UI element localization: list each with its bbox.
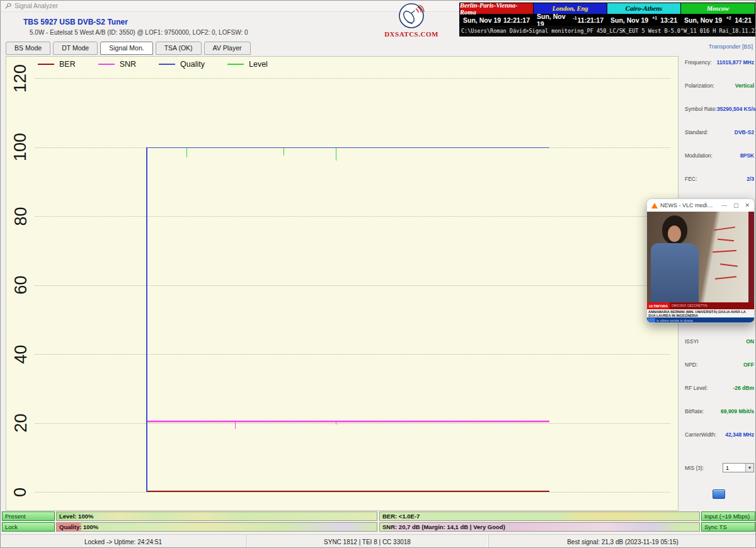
- field-label: Standard:: [685, 129, 708, 135]
- clock-date: Sun, Nov 19: [463, 16, 501, 24]
- field-polarization: Polarization: Vertical: [685, 83, 754, 89]
- vlc-cone-icon: [651, 203, 658, 208]
- gridline: [35, 354, 670, 355]
- field-value: 11015,877 MHz: [716, 59, 754, 66]
- legend-item-ber: BER: [38, 60, 76, 69]
- field-label: NPD:: [685, 362, 697, 368]
- y-axis-tick-label: 60: [8, 266, 34, 304]
- mis-selected-value: 1: [726, 465, 729, 471]
- vlc-titlebar[interactable]: NEWS - VLC media... — ▢ ✕: [647, 199, 754, 212]
- clock-cairo: Cairo-Athens Sun, Nov 19 +1 13:21: [607, 3, 681, 26]
- series-ber: [146, 491, 549, 492]
- legend-item-level: Level: [227, 60, 268, 69]
- series-dip: [235, 421, 236, 430]
- ticker-text: le ultime notizie in diretta: [656, 319, 693, 323]
- breaking-news-label: ULTIM'ORA: [647, 302, 670, 309]
- legend-label: Level: [249, 60, 268, 69]
- sync-ts-badge: Sync TS: [701, 522, 755, 532]
- clock-city-label: Berlin-Paris-Vienna-Roma: [460, 3, 533, 14]
- news-anchor-body: [651, 243, 699, 302]
- vlc-video-area[interactable]: ULTIM'ORA OMICIDIO CECCHETTIN ANNAMARIA …: [647, 212, 754, 323]
- tab-dt-mode[interactable]: DT Mode: [53, 42, 98, 55]
- mis-select[interactable]: 1 ▼: [723, 463, 754, 472]
- statusbar-sync-counters: SYNC 1812 | TEI 8 | CC 33018: [246, 535, 489, 548]
- field-value: 35290,504 KS/s: [717, 106, 755, 112]
- chart: BERSNRQualityLevel 020406080100120: [6, 56, 679, 511]
- gridline: [35, 423, 670, 424]
- clock-city-label: Moscow: [681, 3, 755, 14]
- field-label: Symbol Rate:: [685, 106, 717, 112]
- series-dip: [186, 147, 187, 157]
- field-carrier-width: CarrierWidth: 42,348 MHz: [685, 431, 754, 438]
- series-dip: [336, 147, 336, 161]
- close-button[interactable]: ✕: [745, 202, 750, 208]
- clock-city-label: Cairo-Athens: [607, 3, 680, 14]
- vlc-window-title: NEWS - VLC media...: [660, 202, 715, 208]
- shirt-writing: [713, 250, 736, 253]
- y-axis-tick-label: 40: [8, 335, 34, 373]
- field-value: 2/3: [747, 176, 754, 182]
- lock-badge: Lock: [2, 522, 55, 532]
- clock-time-value: 12:21:17: [503, 16, 530, 24]
- clock-utc-offset: -1: [573, 16, 576, 20]
- ber-bar: BER: <1.0E-7: [379, 511, 700, 521]
- gridline: [35, 492, 670, 493]
- legend-label: Quality: [180, 60, 205, 69]
- clock-time-value: 14:21: [735, 16, 752, 24]
- channel-badge: [648, 318, 655, 323]
- legend-item-snr: SNR: [98, 60, 136, 69]
- field-label: FEC:: [685, 176, 697, 182]
- tab-bs-mode[interactable]: BS Mode: [6, 42, 50, 55]
- clock-time-row: Sun, Nov 19 +2 14:21: [681, 14, 755, 26]
- field-label: Frequency:: [685, 59, 712, 66]
- clock-time-value: 11:21:17: [578, 16, 604, 24]
- news-anchor-face: [668, 225, 681, 242]
- series-dip: [284, 147, 284, 156]
- y-axis-tick-label: 120: [8, 59, 34, 97]
- tab-av-player[interactable]: AV Player: [204, 42, 251, 55]
- legend-swatch: [159, 64, 175, 65]
- tab-tsa[interactable]: TSA (OK): [156, 42, 202, 55]
- clock-date: Sun, Nov 19: [610, 16, 648, 24]
- panel-bottom-icon[interactable]: [713, 489, 725, 499]
- field-modulation: Modulation: 8PSK: [685, 152, 754, 159]
- field-label: CarrierWidth:: [685, 431, 716, 438]
- field-bitrate: BitRate: 69,909 Mbit/s: [685, 408, 754, 414]
- clock-london: London, Eng Sun, Nov 19 -1 11:21:17: [534, 3, 607, 26]
- shirt-writing: [714, 227, 735, 231]
- app-icon: [4, 3, 11, 9]
- news-ticker: le ultime notizie in diretta: [647, 317, 754, 323]
- field-symbol-rate: Symbol Rate: 35290,504 KS/s: [685, 106, 754, 112]
- clock-moscow: Moscow Sun, Nov 19 +2 14:21: [681, 3, 755, 26]
- field-label: Modulation:: [685, 152, 713, 159]
- series-quality-rise: [146, 147, 147, 493]
- statusbar: Locked -> Uptime: 24:24:51 SYNC 1812 | T…: [1, 534, 756, 548]
- video-right-red-strip: [748, 212, 754, 302]
- legend-swatch: [227, 64, 244, 65]
- minimize-button[interactable]: —: [721, 202, 727, 208]
- clock-time-row: Sun, Nov 19 12:21:17: [460, 14, 533, 26]
- maximize-button[interactable]: ▢: [733, 202, 739, 208]
- news-overlay: ULTIM'ORA OMICIDIO CECCHETTIN ANNAMARIA …: [647, 302, 754, 323]
- field-mis: MIS (3): 1 ▼: [685, 463, 754, 472]
- legend-label: SNR: [120, 60, 136, 69]
- y-axis-tick-label: 20: [8, 404, 34, 442]
- field-standard: Standard: DVB-S2: [685, 129, 754, 135]
- legend-item-quality: Quality: [159, 60, 205, 69]
- statusbar-best-signal: Best signal: 21,3 dB (2023-11-19 05:15): [489, 535, 756, 548]
- legend-label: BER: [59, 60, 76, 69]
- clock-time-row: Sun, Nov 19 +1 13:21: [607, 14, 680, 26]
- y-axis-tick-label: 100: [8, 128, 34, 166]
- clock-utc-offset: +1: [652, 16, 657, 20]
- legend-swatch: [38, 64, 54, 65]
- dxsatcs-logo: DXSATCS.COM: [381, 3, 442, 38]
- y-axis-tick-label: 0: [8, 473, 34, 511]
- tuner-name: TBS 5927 USB DVB-S2 Tuner: [23, 18, 128, 26]
- tab-signal-mon[interactable]: Signal Mon.: [100, 42, 152, 55]
- breaking-news-topic: OMICIDIO CECCHETTIN: [670, 304, 707, 307]
- gridline: [35, 285, 670, 286]
- console-prompt[interactable]: C:\Users\Roman Dávid>Signal monitoring_P…: [459, 26, 755, 37]
- clock-time-row: Sun, Nov 19 -1 11:21:17: [534, 14, 607, 26]
- clock-berlin: Berlin-Paris-Vienna-Roma Sun, Nov 19 12:…: [460, 3, 534, 26]
- gridline: [35, 216, 670, 217]
